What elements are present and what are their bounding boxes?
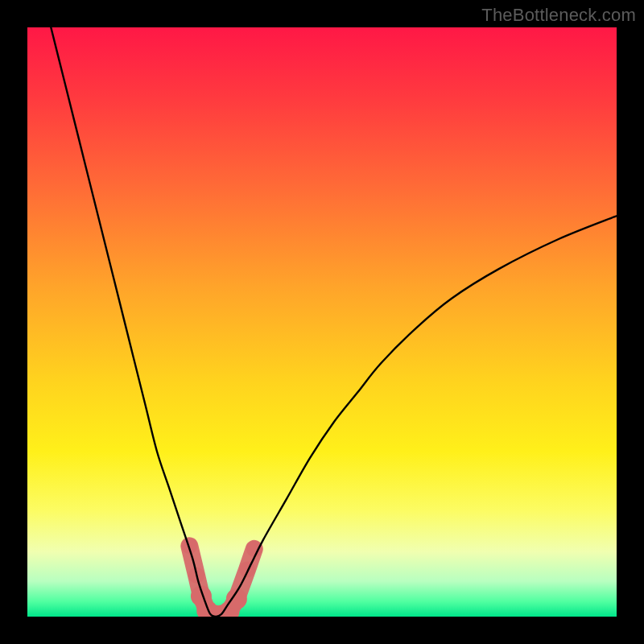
highlight-marker — [246, 541, 262, 557]
gradient-background — [27, 27, 617, 617]
highlight-marker — [239, 561, 255, 577]
chart-svg — [27, 27, 617, 617]
watermark-text: TheBottleneck.com — [481, 5, 636, 26]
plot-area — [27, 27, 617, 617]
chart-frame: TheBottleneck.com — [0, 0, 644, 644]
